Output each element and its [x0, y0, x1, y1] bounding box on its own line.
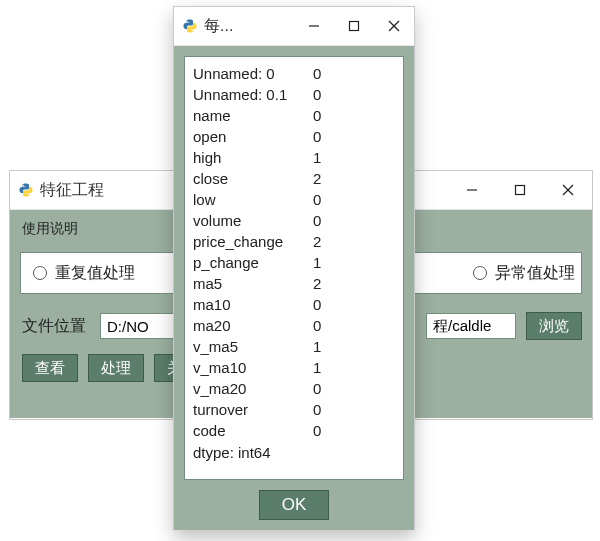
series-value: 0 — [313, 378, 343, 399]
file-path-input-right[interactable] — [426, 313, 516, 339]
browse-button[interactable]: 浏览 — [526, 312, 582, 340]
main-title: 特征工程 — [10, 180, 104, 201]
minimize-button[interactable] — [448, 171, 496, 209]
series-name: v_ma20 — [193, 378, 313, 399]
svg-rect-9 — [350, 22, 359, 31]
series-value: 0 — [313, 84, 343, 105]
series-row: price_change2 — [193, 231, 395, 252]
svg-point-6 — [187, 21, 188, 22]
series-value: 1 — [313, 336, 343, 357]
radio-outlier-label: 异常值处理 — [495, 263, 575, 284]
radio-dedup[interactable]: 重复值处理 — [27, 263, 135, 284]
series-value: 0 — [313, 294, 343, 315]
ok-button[interactable]: OK — [259, 490, 329, 520]
series-value: 0 — [313, 210, 343, 231]
series-name: close — [193, 168, 313, 189]
series-row: v_ma51 — [193, 336, 395, 357]
series-name: price_change — [193, 231, 313, 252]
radio-dedup-label: 重复值处理 — [55, 263, 135, 284]
series-value: 0 — [313, 315, 343, 336]
series-name: ma5 — [193, 273, 313, 294]
close-button[interactable] — [544, 171, 592, 209]
series-row: open0 — [193, 126, 395, 147]
series-name: code — [193, 420, 313, 441]
series-name: turnover — [193, 399, 313, 420]
series-value: 1 — [313, 252, 343, 273]
svg-rect-3 — [516, 186, 525, 195]
series-row: v_ma200 — [193, 378, 395, 399]
series-name: v_ma10 — [193, 357, 313, 378]
series-name: ma10 — [193, 294, 313, 315]
series-name: Unnamed: 0.1 — [193, 84, 313, 105]
series-row: p_change1 — [193, 252, 395, 273]
file-label: 文件位置 — [22, 316, 86, 337]
python-icon — [182, 18, 198, 34]
series-value: 0 — [313, 420, 343, 441]
series-value: 0 — [313, 189, 343, 210]
popup-maximize-button[interactable] — [334, 7, 374, 45]
series-name: high — [193, 147, 313, 168]
series-value: 1 — [313, 147, 343, 168]
main-title-text: 特征工程 — [40, 180, 104, 201]
series-row: turnover0 — [193, 399, 395, 420]
series-name: ma20 — [193, 315, 313, 336]
series-row: volume0 — [193, 210, 395, 231]
series-value: 0 — [313, 126, 343, 147]
series-name: v_ma5 — [193, 336, 313, 357]
series-value: 1 — [313, 357, 343, 378]
radio-outlier[interactable]: 异常值处理 — [467, 263, 575, 284]
svg-point-0 — [23, 185, 24, 186]
process-button[interactable]: 处理 — [88, 354, 144, 382]
popup-titlebar[interactable]: 每... — [174, 7, 414, 46]
series-name: p_change — [193, 252, 313, 273]
popup-body: Unnamed: 00Unnamed: 0.10name0open0high1c… — [174, 46, 414, 530]
series-name: volume — [193, 210, 313, 231]
series-value: 0 — [313, 105, 343, 126]
series-row: code0 — [193, 420, 395, 441]
radio-icon — [33, 266, 47, 280]
series-box: Unnamed: 00Unnamed: 0.10name0open0high1c… — [184, 56, 404, 480]
series-row: ma100 — [193, 294, 395, 315]
popup-close-button[interactable] — [374, 7, 414, 45]
series-name: name — [193, 105, 313, 126]
popup-minimize-button[interactable] — [294, 7, 334, 45]
series-row: Unnamed: 00 — [193, 63, 395, 84]
series-row: close2 — [193, 168, 395, 189]
view-button[interactable]: 查看 — [22, 354, 78, 382]
series-row: ma52 — [193, 273, 395, 294]
series-name: low — [193, 189, 313, 210]
series-row: low0 — [193, 189, 395, 210]
series-value: 2 — [313, 231, 343, 252]
series-row: high1 — [193, 147, 395, 168]
popup-title-text: 每... — [204, 16, 233, 37]
series-row: ma200 — [193, 315, 395, 336]
series-name: Unnamed: 0 — [193, 63, 313, 84]
maximize-button[interactable] — [496, 171, 544, 209]
svg-point-1 — [28, 194, 29, 195]
series-value: 0 — [313, 399, 343, 420]
popup-title: 每... — [174, 16, 233, 37]
series-name: open — [193, 126, 313, 147]
series-row: Unnamed: 0.10 — [193, 84, 395, 105]
radio-icon — [473, 266, 487, 280]
popup-window: 每... Unnamed: 00Unnamed: 0.10name0open0h… — [173, 6, 415, 530]
series-value: 2 — [313, 273, 343, 294]
series-row: name0 — [193, 105, 395, 126]
series-value: 2 — [313, 168, 343, 189]
series-value: 0 — [313, 63, 343, 84]
series-row: v_ma101 — [193, 357, 395, 378]
python-icon — [18, 182, 34, 198]
series-dtype: dtype: int64 — [193, 442, 395, 463]
svg-point-7 — [192, 30, 193, 31]
